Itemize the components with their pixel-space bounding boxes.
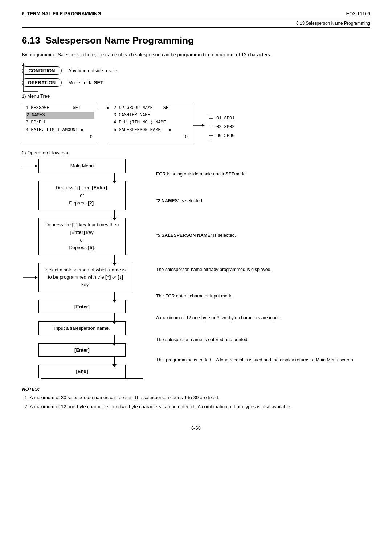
fc-step5-row: [Enter] <box>22 300 145 314</box>
section-title: 6.13 Salesperson Name Programming <box>22 35 370 46</box>
fc-note-spacer-3 <box>156 250 370 258</box>
page: 6. TERMINAL FILE PROGRAMMING EO3-11106 6… <box>0 0 392 555</box>
menu-box-1: 1 MESSAGE SET 2 NAMES 3 DP/PLU 4 RATE, L… <box>22 102 98 144</box>
menu-tree-label: 1) Menu Tree <box>22 93 370 99</box>
fc-notes-col: ECR is being outside a sale and in SET m… <box>156 159 370 368</box>
page-footer: 6-68 <box>22 425 370 431</box>
sp-arrow-svg <box>193 122 205 129</box>
menu-box-2: 2 DP GROUP NAME SET 3 CASHIER NAME 4 PLU… <box>110 102 193 144</box>
doc-id: EO3-11106 <box>346 11 371 16</box>
condition-row: CONDITION Any time outside a sale <box>22 66 370 75</box>
notes-section: NOTES: A maximum of 30 salesperson names… <box>22 386 370 411</box>
fc-step6-row: Input a salesperson name. <box>22 321 145 335</box>
condition-text: Any time outside a sale <box>68 68 117 73</box>
fc-note-2: "2 NAMES" is selected. <box>156 189 370 213</box>
sp-item-1: 01 SP01 <box>216 114 234 123</box>
menu-line-5: 0 <box>26 134 94 141</box>
sp-bracket-svg <box>205 114 213 140</box>
tree-arrow-svg <box>98 105 110 111</box>
fc-main-menu: Main Menu <box>38 159 126 173</box>
sp-list: 01 SP01 02 SP02 30 SP30 <box>216 114 234 140</box>
sp-item-3: 30 SP30 <box>216 131 234 140</box>
fc-step7-row: [Enter] <box>22 343 145 357</box>
note-item-1: A maximum of 30 salesperson names can be… <box>30 394 370 402</box>
page-number: 6-68 <box>191 425 201 431</box>
menu2-line-2: 3 CASHIER NAME <box>114 112 189 119</box>
fc-arrow-5 <box>114 313 115 321</box>
fc-arrow-2 <box>114 210 115 218</box>
chapter-title: 6. TERMINAL FILE PROGRAMMING <box>22 11 101 16</box>
header-top: 6. TERMINAL FILE PROGRAMMING EO3-11106 <box>22 11 370 19</box>
menu2-line-5: 0 <box>114 134 189 141</box>
fc-note-1: ECR is being outside a sale and in SET m… <box>156 167 370 181</box>
fc-note-6: A maximum of 12 one-byte or 6 two-byte c… <box>156 311 370 325</box>
flowchart-section: 2) Operation Flowchart Main Menu <box>22 150 370 379</box>
fc-bottom-border <box>41 378 143 379</box>
fc-note-spacer-2 <box>156 213 370 221</box>
svg-marker-1 <box>107 106 110 109</box>
menu2-line-3: 4 PLU (ITM NO.) NAME <box>114 119 189 126</box>
svg-marker-11 <box>35 276 38 279</box>
menu-line-1: 1 MESSAGE SET <box>26 104 94 112</box>
fc-note-4: The salesperson name already programmed … <box>156 258 370 281</box>
menu2-line-1: 2 DP GROUP NAME SET <box>114 104 189 112</box>
notes-list: A maximum of 30 salesperson names can be… <box>30 394 370 411</box>
fc-step8-row: [End] <box>22 365 145 378</box>
fc-step2-row: Depress [↓] then [Enter].orDepress [2]. <box>22 181 145 210</box>
flowchart-label: 2) Operation Flowchart <box>22 150 370 155</box>
intro-paragraph: By programming Salesperson here, the nam… <box>22 51 370 58</box>
tree-connector <box>98 102 110 111</box>
flowchart-main: Main Menu Depress [↓] then [Enter].orDep… <box>22 159 370 379</box>
menu-line-3: 3 DP/PLU <box>26 119 94 126</box>
fc-loop-entry-arrow <box>22 274 38 281</box>
fc-arrow-4 <box>114 292 115 300</box>
fc-left-border-svg <box>22 63 40 92</box>
flowchart-steps: Main Menu Depress [↓] then [Enter].orDep… <box>22 159 145 379</box>
fc-note-8: This programming is ended. A long receip… <box>156 355 370 368</box>
svg-marker-9 <box>35 165 38 167</box>
note-item-2: A maximum of 12 one-byte characters or 6… <box>30 403 370 411</box>
sp-list-wrapper: 01 SP01 02 SP02 30 SP30 <box>205 102 234 140</box>
header-sub: 6.13 Salesperson Name Programming <box>22 21 370 28</box>
fc-arrow-3 <box>114 255 115 263</box>
operation-text: Mode Lock: SET <box>68 80 103 85</box>
menu2-line-4: 5 SALESPERSON NAME ◆ <box>114 126 189 134</box>
fc-entry: Main Menu <box>22 159 145 173</box>
fc-arrow-1 <box>114 173 115 181</box>
sp-arrow <box>193 102 205 129</box>
fc-note-spacer-6 <box>156 325 370 333</box>
menu-line-2: 2 NAMES <box>26 112 94 119</box>
fc-step4-box: Select a salesperson of which name isto … <box>38 263 132 292</box>
fc-note-spacer-4 <box>156 281 370 289</box>
menu-tree-container: 1 MESSAGE SET 2 NAMES 3 DP/PLU 4 RATE, L… <box>22 102 370 144</box>
sp-item-2: 02 SP02 <box>216 123 234 131</box>
fc-entry-arrow <box>22 162 38 170</box>
fc-note-7: The salesperson name is entered and prin… <box>156 333 370 347</box>
menu-line-4: 4 RATE, LIMIT AMOUNT ◆ <box>26 126 94 134</box>
fc-note-5: The ECR enters character input mode. <box>156 289 370 303</box>
fc-note-spacer-0 <box>156 159 370 167</box>
section-sub-title: 6.13 Salesperson Name Programming <box>296 21 370 26</box>
fc-note-spacer-5 <box>156 303 370 311</box>
fc-step3-row: Depress the [↓] key four times then[Ente… <box>22 218 145 255</box>
fc-note-3: "5 SALESPERSON NAME" is selected. <box>156 221 370 250</box>
fc-note-spacer-7 <box>156 347 370 355</box>
fc-note-spacer-1 <box>156 181 370 189</box>
fc-arrow-7 <box>114 357 115 365</box>
operation-row: OPERATION Mode Lock: SET <box>22 78 370 87</box>
fc-step4-row: Select a salesperson of which name isto … <box>22 263 145 292</box>
svg-marker-3 <box>202 124 205 127</box>
svg-marker-14 <box>22 63 25 66</box>
fc-arrow-6 <box>114 335 115 343</box>
fc-step3-box: Depress the [↓] key four times then[Ente… <box>38 218 126 255</box>
fc-step2-box: Depress [↓] then [Enter].orDepress [2]. <box>38 181 126 210</box>
notes-title: NOTES: <box>22 386 370 392</box>
